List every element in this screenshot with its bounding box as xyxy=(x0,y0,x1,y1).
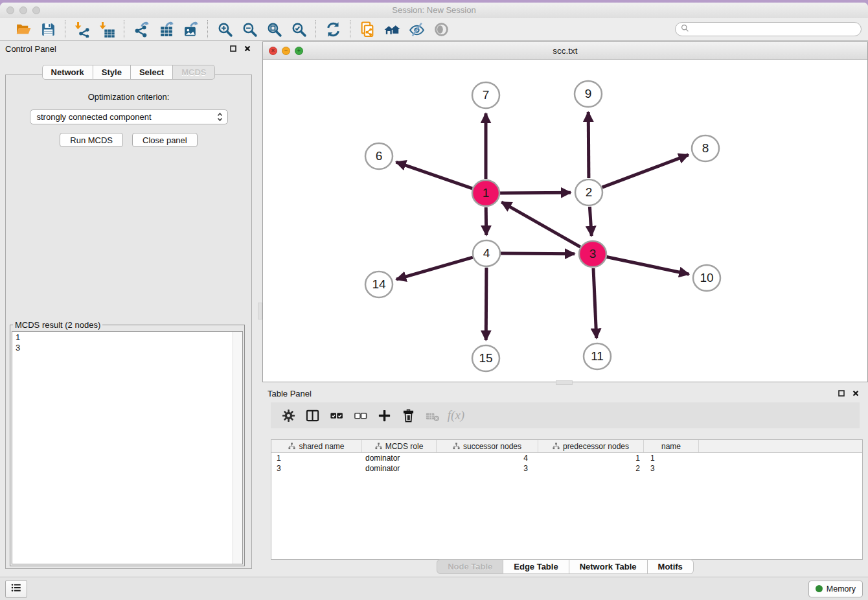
clone-network-button[interactable] xyxy=(358,20,377,38)
table-settings-button[interactable] xyxy=(279,406,298,425)
cell-predecessor-nodes[interactable]: 1 xyxy=(538,454,644,463)
edge-1-6[interactable] xyxy=(396,162,473,189)
float-table-panel-icon[interactable] xyxy=(838,390,845,397)
edge-4-15[interactable] xyxy=(486,268,486,340)
delete-table-icon xyxy=(425,408,440,423)
edge-1-4[interactable] xyxy=(486,207,486,235)
tab-network[interactable]: Network xyxy=(42,65,93,80)
column-header-mcds-role[interactable]: MCDS role xyxy=(362,440,437,452)
network-close-button[interactable]: × xyxy=(269,47,277,55)
import-table-button[interactable] xyxy=(97,20,117,38)
edge-3-11[interactable] xyxy=(593,268,597,338)
column-type-icon xyxy=(553,443,560,450)
tab-network-table[interactable]: Network Table xyxy=(569,559,648,574)
node-2[interactable]: 2 xyxy=(575,179,602,205)
zoom-selected-button[interactable] xyxy=(289,20,308,38)
export-image-button[interactable] xyxy=(181,20,200,38)
column-header-shared-name[interactable]: shared name xyxy=(271,440,362,452)
node-10[interactable]: 10 xyxy=(693,265,720,291)
import-network-button[interactable] xyxy=(73,20,92,38)
cell-name[interactable]: 3 xyxy=(644,464,699,473)
node-6[interactable]: 6 xyxy=(365,143,393,169)
cell-successor-nodes[interactable]: 4 xyxy=(437,454,538,463)
edge-3-10[interactable] xyxy=(607,257,689,275)
edge-2-8[interactable] xyxy=(602,155,689,187)
close-panel-icon[interactable] xyxy=(244,45,251,52)
table-row-1[interactable]: 1dominator411 xyxy=(271,453,862,463)
vertical-splitter-grip[interactable] xyxy=(258,303,262,319)
tab-node-table[interactable]: Node Table xyxy=(437,559,503,574)
criterion-select[interactable]: strongly connected component xyxy=(30,110,228,124)
show-column-panel-button[interactable] xyxy=(303,406,322,425)
edge-3-1[interactable] xyxy=(501,202,580,247)
open-session-button[interactable] xyxy=(14,20,33,38)
edge-4-3[interactable] xyxy=(501,253,575,254)
edge-4-14[interactable] xyxy=(396,257,473,279)
run-mcds-button[interactable]: Run MCDS xyxy=(60,133,123,147)
node-7-label: 7 xyxy=(483,88,490,102)
node-14[interactable]: 14 xyxy=(365,271,393,297)
node-11-label: 11 xyxy=(591,349,604,363)
export-network-button[interactable] xyxy=(131,20,151,38)
export-table-button[interactable] xyxy=(156,20,176,38)
node-table: shared nameMCDS rolesuccessor nodesprede… xyxy=(271,439,863,560)
add-entry-icon xyxy=(377,408,392,423)
cell-shared-name[interactable]: 1 xyxy=(271,454,362,463)
search-input[interactable] xyxy=(692,23,861,35)
float-panel-icon[interactable] xyxy=(230,45,236,52)
task-history-button[interactable] xyxy=(5,580,27,598)
column-header-predecessor-nodes[interactable]: predecessor nodes xyxy=(538,440,644,452)
save-session-button[interactable] xyxy=(38,20,58,38)
delete-entry-button[interactable] xyxy=(398,406,418,425)
cell-mcds-role[interactable]: dominator xyxy=(362,464,437,473)
close-panel-button[interactable]: Close panel xyxy=(132,133,198,147)
unselect-all-button[interactable] xyxy=(350,406,370,425)
hide-selected-button[interactable] xyxy=(407,20,426,38)
main-toolbar-groups xyxy=(6,20,458,38)
tab-select[interactable]: Select xyxy=(131,65,173,80)
select-all-button[interactable] xyxy=(326,406,346,425)
column-header-name[interactable]: name xyxy=(644,440,699,452)
node-11[interactable]: 11 xyxy=(584,343,611,369)
close-table-panel-icon[interactable] xyxy=(852,390,859,397)
node-4[interactable]: 4 xyxy=(473,240,500,266)
tab-edge-table[interactable]: Edge Table xyxy=(503,559,569,574)
cell-mcds-role[interactable]: dominator xyxy=(362,454,437,463)
zoom-fit-button[interactable] xyxy=(264,20,284,38)
horizontal-splitter-grip[interactable] xyxy=(556,380,573,385)
cell-shared-name[interactable]: 3 xyxy=(271,464,362,473)
edge-1-2[interactable] xyxy=(500,192,571,193)
network-canvas[interactable]: 7968124310141511 xyxy=(263,60,867,382)
cell-predecessor-nodes[interactable]: 2 xyxy=(538,464,644,473)
column-label: shared name xyxy=(299,442,344,451)
tab-style[interactable]: Style xyxy=(93,65,131,80)
edge-2-3[interactable] xyxy=(589,207,591,236)
add-entry-button[interactable] xyxy=(374,406,394,425)
edge-2-9[interactable] xyxy=(588,112,589,178)
node-9[interactable]: 9 xyxy=(575,81,602,107)
column-header-successor-nodes[interactable]: successor nodes xyxy=(437,440,538,452)
zoom-out-button[interactable] xyxy=(240,20,259,38)
zoom-in-button[interactable] xyxy=(215,20,234,38)
toolbar-group xyxy=(6,20,65,38)
apply-layout-button[interactable] xyxy=(323,20,343,38)
memory-button[interactable]: Memory xyxy=(808,581,863,597)
mcds-result-area[interactable]: 13 xyxy=(12,331,243,564)
node-7[interactable]: 7 xyxy=(472,82,499,108)
result-scrollbar[interactable] xyxy=(233,332,242,564)
network-minimize-button[interactable]: − xyxy=(282,47,290,55)
cell-name[interactable]: 1 xyxy=(644,454,699,463)
export-table-icon xyxy=(158,21,174,38)
first-neighbors-button[interactable] xyxy=(382,20,402,38)
network-maximize-button[interactable]: + xyxy=(295,47,303,55)
node-3[interactable]: 3 xyxy=(579,241,606,267)
cell-successor-nodes[interactable]: 3 xyxy=(437,464,538,473)
control-panel-title: Control Panel xyxy=(5,44,56,54)
tab-motifs[interactable]: Motifs xyxy=(648,559,694,574)
table-row-2[interactable]: 3dominator323 xyxy=(271,463,862,474)
search-box[interactable] xyxy=(675,22,862,36)
node-8[interactable]: 8 xyxy=(692,135,719,161)
node-1[interactable]: 1 xyxy=(472,180,499,206)
node-15[interactable]: 15 xyxy=(472,345,499,371)
tab-mcds[interactable]: MCDS xyxy=(173,65,215,80)
